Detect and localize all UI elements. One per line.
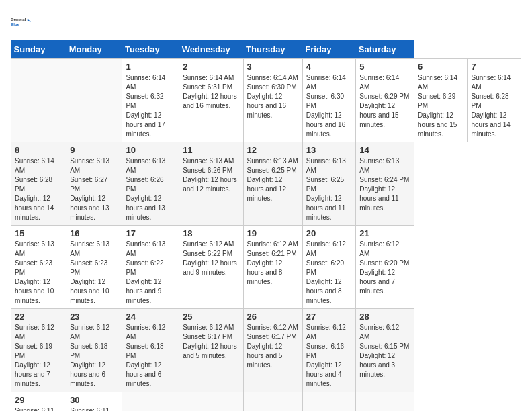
- day-number: 9: [70, 145, 118, 155]
- calendar-cell: 12 Sunrise: 6:13 AM Sunset: 6:25 PM Dayl…: [243, 142, 302, 226]
- day-info: Sunrise: 6:13 AM Sunset: 6:22 PM Dayligh…: [126, 240, 175, 306]
- day-number: 29: [15, 395, 62, 405]
- calendar-cell: 27 Sunrise: 6:12 AM Sunset: 6:16 PM Dayl…: [302, 309, 355, 392]
- calendar-table: SundayMondayTuesdayWednesdayThursdayFrid…: [11, 40, 521, 411]
- day-number: 27: [306, 312, 352, 322]
- day-number: 19: [247, 228, 299, 238]
- day-number: 21: [359, 228, 410, 238]
- calendar-week-5: 29 Sunrise: 6:11 AM Sunset: 6:15 PM Dayl…: [11, 392, 521, 412]
- day-info: Sunrise: 6:14 AM Sunset: 6:28 PM Dayligh…: [15, 156, 62, 222]
- calendar-cell: 18 Sunrise: 6:12 AM Sunset: 6:22 PM Dayl…: [179, 226, 243, 309]
- calendar-cell: [122, 392, 179, 412]
- calendar-cell: 11 Sunrise: 6:13 AM Sunset: 6:26 PM Dayl…: [179, 142, 243, 226]
- weekday-header-thursday: Thursday: [243, 40, 302, 59]
- day-info: Sunrise: 6:13 AM Sunset: 6:26 PM Dayligh…: [183, 156, 239, 194]
- calendar-cell: [179, 392, 243, 412]
- calendar-cell: [66, 59, 122, 142]
- calendar-cell: 28 Sunrise: 6:12 AM Sunset: 6:15 PM Dayl…: [356, 309, 414, 392]
- weekday-header-saturday: Saturday: [356, 40, 414, 59]
- day-number: 30: [70, 395, 118, 405]
- calendar-cell: 13 Sunrise: 6:13 AM Sunset: 6:25 PM Dayl…: [302, 142, 355, 226]
- logo: GeneralBlue: [11, 11, 32, 32]
- calendar-cell: [302, 392, 355, 412]
- day-number: 5: [359, 62, 410, 72]
- calendar-cell: 17 Sunrise: 6:13 AM Sunset: 6:22 PM Dayl…: [122, 226, 179, 309]
- calendar-cell: 25 Sunrise: 6:12 AM Sunset: 6:17 PM Dayl…: [179, 309, 243, 392]
- day-info: Sunrise: 6:12 AM Sunset: 6:16 PM Dayligh…: [306, 323, 352, 389]
- weekday-header-wednesday: Wednesday: [179, 40, 243, 59]
- weekday-header-friday: Friday: [302, 40, 355, 59]
- day-info: Sunrise: 6:11 AM Sunset: 6:15 PM Dayligh…: [15, 406, 62, 411]
- day-number: 4: [306, 62, 352, 72]
- calendar-week-2: 8 Sunrise: 6:14 AM Sunset: 6:28 PM Dayli…: [11, 142, 521, 226]
- day-info: Sunrise: 6:13 AM Sunset: 6:23 PM Dayligh…: [15, 240, 62, 306]
- calendar-cell: 26 Sunrise: 6:12 AM Sunset: 6:17 PM Dayl…: [243, 309, 302, 392]
- calendar-cell: 23 Sunrise: 6:12 AM Sunset: 6:18 PM Dayl…: [66, 309, 122, 392]
- calendar-cell: [11, 59, 66, 142]
- day-number: 11: [183, 145, 239, 155]
- day-number: 24: [126, 312, 175, 322]
- day-number: 22: [15, 312, 62, 322]
- calendar-cell: 9 Sunrise: 6:13 AM Sunset: 6:27 PM Dayli…: [66, 142, 122, 226]
- day-number: 10: [126, 145, 175, 155]
- calendar-cell: 1 Sunrise: 6:14 AM Sunset: 6:32 PM Dayli…: [122, 59, 179, 142]
- calendar-cell: 14 Sunrise: 6:13 AM Sunset: 6:24 PM Dayl…: [356, 142, 414, 226]
- day-info: Sunrise: 6:12 AM Sunset: 6:20 PM Dayligh…: [359, 240, 410, 296]
- weekday-header-monday: Monday: [66, 40, 122, 59]
- day-number: 6: [418, 62, 463, 72]
- day-number: 26: [247, 312, 299, 322]
- calendar-cell: 19 Sunrise: 6:12 AM Sunset: 6:21 PM Dayl…: [243, 226, 302, 309]
- day-info: Sunrise: 6:12 AM Sunset: 6:15 PM Dayligh…: [359, 323, 410, 379]
- day-info: Sunrise: 6:12 AM Sunset: 6:18 PM Dayligh…: [70, 323, 118, 389]
- calendar-cell: [243, 392, 302, 412]
- calendar-cell: 5 Sunrise: 6:14 AM Sunset: 6:29 PM Dayli…: [356, 59, 414, 142]
- svg-text:Blue: Blue: [11, 22, 20, 26]
- calendar-week-1: 1 Sunrise: 6:14 AM Sunset: 6:32 PM Dayli…: [11, 59, 521, 142]
- calendar-cell: 3 Sunrise: 6:14 AM Sunset: 6:30 PM Dayli…: [243, 59, 302, 142]
- day-number: 18: [183, 228, 239, 238]
- weekday-header-sunday: Sunday: [11, 40, 66, 59]
- day-info: Sunrise: 6:12 AM Sunset: 6:20 PM Dayligh…: [306, 240, 352, 306]
- calendar-week-3: 15 Sunrise: 6:13 AM Sunset: 6:23 PM Dayl…: [11, 226, 521, 309]
- day-info: Sunrise: 6:13 AM Sunset: 6:27 PM Dayligh…: [70, 156, 118, 222]
- day-info: Sunrise: 6:13 AM Sunset: 6:26 PM Dayligh…: [126, 156, 175, 222]
- day-info: Sunrise: 6:12 AM Sunset: 6:17 PM Dayligh…: [183, 323, 239, 361]
- weekday-header-tuesday: Tuesday: [122, 40, 179, 59]
- day-info: Sunrise: 6:14 AM Sunset: 6:29 PM Dayligh…: [359, 73, 410, 130]
- calendar-cell: 21 Sunrise: 6:12 AM Sunset: 6:20 PM Dayl…: [356, 226, 414, 309]
- day-info: Sunrise: 6:11 AM Sunset: 6:14 PM Dayligh…: [70, 406, 118, 411]
- svg-text:General: General: [11, 17, 26, 21]
- day-number: 12: [247, 145, 299, 155]
- calendar-cell: 4 Sunrise: 6:14 AM Sunset: 6:30 PM Dayli…: [302, 59, 355, 142]
- day-info: Sunrise: 6:12 AM Sunset: 6:17 PM Dayligh…: [247, 323, 299, 370]
- calendar-week-4: 22 Sunrise: 6:12 AM Sunset: 6:19 PM Dayl…: [11, 309, 521, 392]
- day-number: 3: [247, 62, 299, 72]
- day-number: 25: [183, 312, 239, 322]
- day-number: 17: [126, 228, 175, 238]
- day-number: 8: [15, 145, 62, 155]
- day-number: 16: [70, 228, 118, 238]
- calendar-cell: [356, 392, 414, 412]
- day-number: 28: [359, 312, 410, 322]
- day-info: Sunrise: 6:13 AM Sunset: 6:23 PM Dayligh…: [70, 240, 118, 306]
- calendar-cell: 6 Sunrise: 6:14 AM Sunset: 6:29 PM Dayli…: [414, 59, 468, 142]
- day-info: Sunrise: 6:13 AM Sunset: 6:25 PM Dayligh…: [306, 156, 352, 222]
- calendar-cell: 20 Sunrise: 6:12 AM Sunset: 6:20 PM Dayl…: [302, 226, 355, 309]
- calendar-cell: 8 Sunrise: 6:14 AM Sunset: 6:28 PM Dayli…: [11, 142, 66, 226]
- logo-icon: GeneralBlue: [11, 11, 32, 32]
- day-info: Sunrise: 6:12 AM Sunset: 6:19 PM Dayligh…: [15, 323, 62, 389]
- day-info: Sunrise: 6:14 AM Sunset: 6:30 PM Dayligh…: [306, 73, 352, 139]
- calendar-cell: 7 Sunrise: 6:14 AM Sunset: 6:28 PM Dayli…: [468, 59, 521, 142]
- day-number: 2: [183, 62, 239, 72]
- day-info: Sunrise: 6:14 AM Sunset: 6:32 PM Dayligh…: [126, 73, 175, 139]
- calendar-cell: 16 Sunrise: 6:13 AM Sunset: 6:23 PM Dayl…: [66, 226, 122, 309]
- calendar-cell: 30 Sunrise: 6:11 AM Sunset: 6:14 PM Dayl…: [66, 392, 122, 412]
- day-info: Sunrise: 6:14 AM Sunset: 6:30 PM Dayligh…: [247, 73, 299, 120]
- day-info: Sunrise: 6:14 AM Sunset: 6:28 PM Dayligh…: [471, 73, 517, 139]
- day-info: Sunrise: 6:12 AM Sunset: 6:22 PM Dayligh…: [183, 240, 239, 277]
- day-number: 7: [471, 62, 517, 72]
- day-number: 14: [359, 145, 410, 155]
- calendar-cell: 10 Sunrise: 6:13 AM Sunset: 6:26 PM Dayl…: [122, 142, 179, 226]
- day-info: Sunrise: 6:14 AM Sunset: 6:29 PM Dayligh…: [418, 73, 463, 139]
- day-number: 13: [306, 145, 352, 155]
